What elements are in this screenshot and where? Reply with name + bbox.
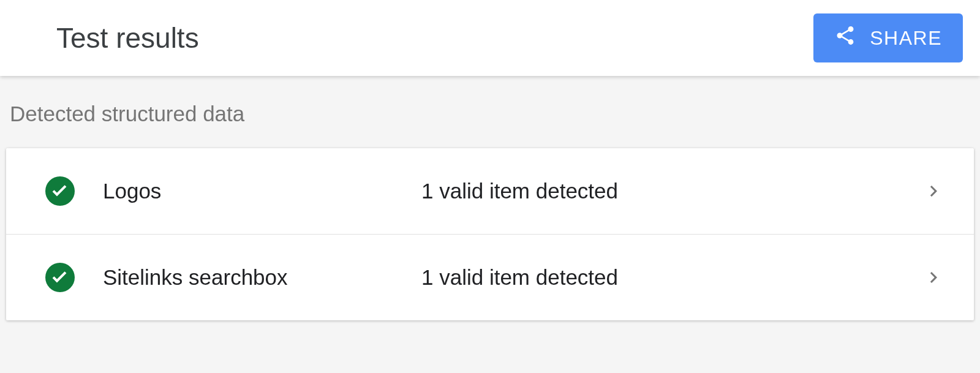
result-row-logos[interactable]: Logos 1 valid item detected: [6, 148, 974, 235]
result-row-name: Logos: [103, 179, 421, 203]
page-title: Test results: [56, 21, 199, 55]
check-circle-icon: [45, 263, 75, 292]
result-row-status: 1 valid item detected: [421, 179, 922, 203]
check-circle-icon: [45, 176, 75, 206]
result-row-sitelinks-searchbox[interactable]: Sitelinks searchbox 1 valid item detecte…: [6, 235, 974, 320]
result-row-status: 1 valid item detected: [421, 265, 922, 290]
share-button[interactable]: SHARE: [813, 13, 963, 62]
share-button-label: SHARE: [870, 27, 942, 50]
header: Test results SHARE: [0, 0, 980, 76]
content-area: Detected structured data Logos 1 valid i…: [0, 76, 980, 373]
results-card: Logos 1 valid item detected Sitelinks se…: [6, 148, 974, 320]
share-icon: [834, 24, 870, 51]
section-label: Detected structured data: [6, 94, 974, 148]
result-row-name: Sitelinks searchbox: [103, 265, 421, 290]
chevron-right-icon: [922, 266, 944, 288]
chevron-right-icon: [922, 180, 944, 202]
